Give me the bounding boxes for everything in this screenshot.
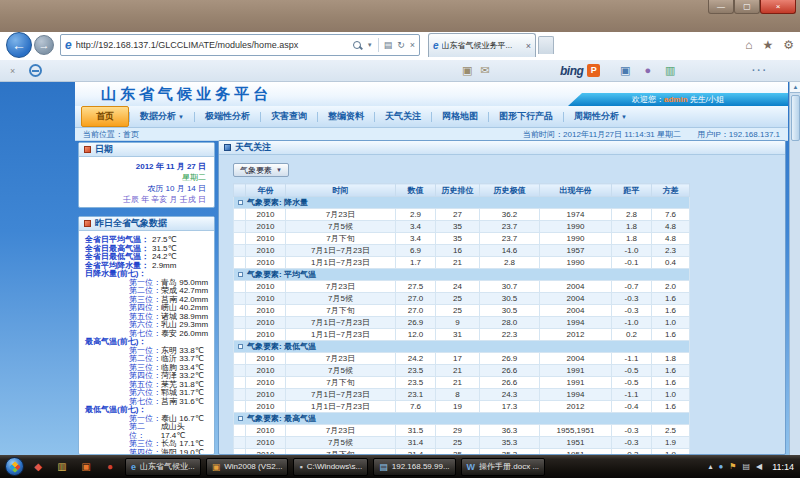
table-cell: 2004 — [540, 293, 612, 305]
table-cell: 1.6 — [652, 293, 690, 305]
more-icon[interactable]: ··· — [752, 65, 768, 76]
scroll-up-icon[interactable]: ▲ — [790, 82, 800, 93]
element-filter-button[interactable]: 气象要素 ▼ — [233, 163, 289, 177]
new-tab-button[interactable] — [538, 36, 554, 54]
tab-title[interactable]: 山东省气候业务平... — [442, 40, 523, 51]
taskbar-window-3[interactable]: ▪C:\Windows\s... — [293, 458, 368, 476]
nav-item-8[interactable]: 图形下行产品 — [489, 107, 563, 126]
username: admin — [664, 95, 688, 104]
section-row[interactable]: 气象要素: 最低气温 — [234, 341, 690, 353]
row-expand-cell — [234, 317, 246, 329]
plugin-disc-icon[interactable]: ▣ — [620, 64, 630, 77]
column-header[interactable]: 数值 — [396, 184, 436, 197]
quicklaunch-player-icon[interactable]: ● — [100, 458, 120, 476]
tray-usb-icon[interactable]: ▤ — [742, 462, 750, 471]
clock[interactable]: 11:14 — [772, 462, 794, 472]
forward-button[interactable]: → — [34, 35, 54, 55]
table-cell: 25 — [436, 293, 480, 305]
table-cell: 7.6 — [396, 401, 436, 413]
bing-badge-icon[interactable]: P — [587, 64, 600, 77]
maximize-button[interactable]: ▢ — [734, 0, 760, 14]
bing-logo[interactable]: bing — [560, 64, 583, 78]
tab-close-icon[interactable]: × — [526, 41, 531, 51]
taskbar-window-4[interactable]: ▤192.168.59.99... — [373, 458, 455, 476]
table-cell: 1.9 — [652, 437, 690, 449]
nav-item-4[interactable]: 灾害查询 — [261, 107, 317, 126]
tray-network-icon[interactable]: ● — [718, 462, 723, 471]
column-header[interactable]: 出现年份 — [540, 184, 612, 197]
column-header[interactable]: 年份 — [246, 184, 286, 197]
taskbar-window-5[interactable]: W操作手册.docx ... — [461, 458, 546, 476]
nav-item-6[interactable]: 天气关注 — [375, 107, 431, 126]
column-header[interactable]: 方差 — [652, 184, 690, 197]
back-button[interactable]: ← — [6, 32, 32, 58]
weather-watch-panel: 天气关注 气象要素 ▼ 年份时间数值历史排位历史极值出现年份距平方差 气象要素:… — [218, 140, 786, 455]
section-row[interactable]: 气象要素: 降水量 — [234, 197, 690, 209]
row-expand-cell — [234, 293, 246, 305]
stop-icon[interactable]: × — [410, 40, 415, 50]
favorites-icon[interactable]: ★ — [762, 38, 773, 52]
mail-icon[interactable]: ✉ — [480, 64, 489, 77]
page-scrollbar[interactable]: ▲ — [789, 82, 800, 455]
quicklaunch-folder-icon[interactable]: ▥ — [52, 458, 72, 476]
table-cell: 31.5 — [396, 425, 436, 437]
table-cell: 0.4 — [652, 257, 690, 269]
taskbar-window-1[interactable]: e山东省气候业... — [125, 458, 201, 476]
nav-item-9[interactable]: 周期性分析▼ — [564, 107, 637, 126]
close-button[interactable]: × — [760, 0, 796, 14]
browser-tab[interactable]: e 山东省气候业务平... × — [428, 33, 536, 57]
tray-up-icon[interactable]: ▴ — [708, 462, 712, 471]
address-bar[interactable]: e http://192.168.137.1/GLCCLIMATE/module… — [60, 34, 420, 56]
table-cell: 2010 — [246, 353, 286, 365]
plugin-weather-icon[interactable]: ● — [644, 64, 651, 77]
dropdown-icon[interactable]: ▼ — [367, 42, 373, 48]
expand-icon[interactable] — [238, 272, 243, 277]
taskbar-window-2[interactable]: ▣Win2008 (VS2... — [206, 458, 289, 476]
section-row[interactable]: 气象要素: 最高气温 — [234, 413, 690, 425]
home-icon[interactable]: ⌂ — [745, 38, 752, 52]
page-icon[interactable]: ▤ — [384, 40, 393, 50]
section-title-cell: 气象要素: 平均气温 — [234, 269, 690, 281]
expand-icon[interactable] — [238, 200, 243, 205]
browser-toolbar: ← → e http://192.168.137.1/GLCCLIMATE/mo… — [0, 30, 800, 60]
expand-icon[interactable] — [238, 344, 243, 349]
column-header[interactable]: 历史排位 — [436, 184, 480, 197]
nav-item-5[interactable]: 整编资料 — [318, 107, 374, 126]
window-titlebar[interactable]: — ▢ × — [0, 0, 800, 32]
column-header[interactable]: 时间 — [286, 184, 396, 197]
tray-flag-icon[interactable]: ⚑ — [729, 462, 736, 471]
nav-item-7[interactable]: 网格地图 — [432, 107, 488, 126]
table-row: 20107月下旬3.43523.719901.84.8 — [234, 233, 690, 245]
table-cell: 2010 — [246, 365, 286, 377]
table-cell: 2004 — [540, 281, 612, 293]
refresh-icon[interactable]: ↻ — [397, 40, 405, 50]
tab-favicon: e — [433, 40, 439, 51]
tray-volume-icon[interactable]: ◀ — [756, 462, 762, 471]
url-text[interactable]: http://192.168.137.1/GLCCLIMATE/modules/… — [76, 40, 349, 50]
date-panel-title: 日期 — [95, 143, 113, 156]
start-button[interactable] — [5, 457, 24, 476]
row-expand-cell — [234, 245, 246, 257]
table-cell: 3.4 — [396, 221, 436, 233]
expand-icon[interactable] — [238, 416, 243, 421]
column-header[interactable]: 历史极值 — [480, 184, 540, 197]
table-cell: 23.5 — [396, 377, 436, 389]
tools-icon[interactable]: ⚙ — [783, 38, 794, 52]
compatibility-icon[interactable] — [29, 64, 42, 77]
plugin-apps-icon[interactable]: ▥ — [665, 64, 675, 77]
camera-icon[interactable]: ▣ — [462, 64, 472, 77]
minimize-button[interactable]: — — [708, 0, 734, 14]
column-header[interactable]: 距平 — [612, 184, 652, 197]
table-cell: 1955,1951 — [540, 425, 612, 437]
nav-item-3[interactable]: 极端性分析 — [195, 107, 260, 126]
scrollbar-thumb[interactable] — [791, 95, 800, 141]
toolbar-close-icon[interactable]: × — [10, 66, 15, 76]
quicklaunch-icon-1[interactable]: ◆ — [28, 458, 48, 476]
table-cell: 1990 — [540, 257, 612, 269]
nav-item-2[interactable]: 数据分析▼ — [130, 107, 194, 126]
table-cell: -0.5 — [612, 365, 652, 377]
search-icon[interactable] — [353, 41, 362, 50]
quicklaunch-icon-2[interactable]: ▣ — [76, 458, 96, 476]
nav-item-1[interactable]: 首页 — [81, 106, 129, 127]
section-row[interactable]: 气象要素: 平均气温 — [234, 269, 690, 281]
